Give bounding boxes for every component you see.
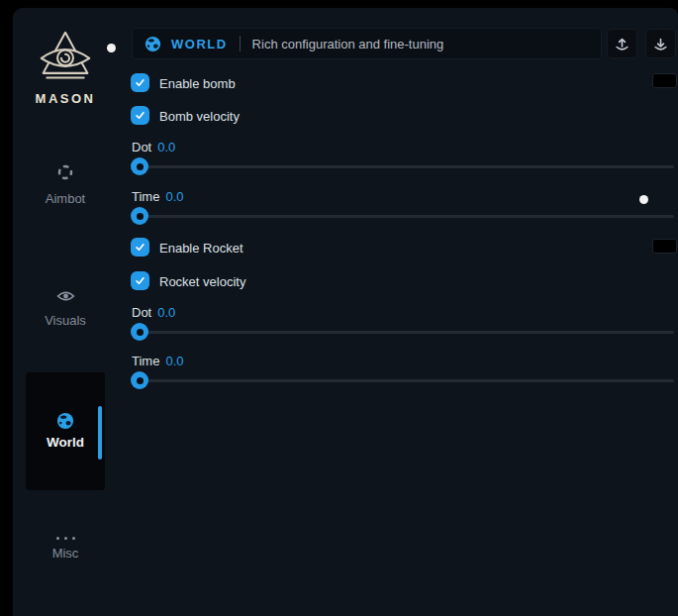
checkbox-rocket-velocity[interactable] [131,271,149,290]
slider-value: 0.0 [165,354,183,368]
checkbox-bomb-velocity[interactable] [131,106,149,125]
checkbox-label: Rocket velocity [159,274,245,289]
slider-label: Time0.0 [132,354,183,368]
slider-label: Dot0.0 [132,140,175,154]
page-title: WORLD [171,37,228,51]
header-divider [240,36,241,51]
slider-handle-dot-rocket[interactable] [131,323,148,341]
slider-track-dot-bomb[interactable] [132,165,674,168]
upload-button[interactable] [607,29,637,58]
globe-icon [145,36,161,52]
cursor-dot [107,44,116,52]
slider-handle-time-rocket[interactable] [131,371,148,389]
slider-value: 0.0 [157,305,175,320]
app-window: MASON Aimbot Visuals World [13,8,678,616]
sidebar-item-label: World [26,435,105,450]
logo-text: MASON [26,91,105,106]
sidebar-item-misc[interactable]: Misc [26,531,105,561]
sidebar-item-label: Visuals [26,313,105,328]
eye-icon [56,289,75,303]
slider-name: Dot [132,140,151,154]
crosshair-icon [56,163,74,181]
download-icon [652,36,669,52]
slider-name: Time [132,189,159,204]
check-icon [134,274,146,287]
slider-label: Time0.0 [132,189,183,204]
active-tab-indicator [98,406,102,460]
page-header: WORLD Rich configuration and fine-tuning [132,28,602,59]
cursor-dot [639,195,648,204]
check-icon [134,109,146,122]
checkbox-label: Bomb velocity [159,109,240,124]
upload-icon [614,36,630,52]
sidebar-item-label: Misc [26,546,105,561]
sidebar-item-visuals[interactable]: Visuals [26,289,105,328]
slider-track-time-bomb[interactable] [132,215,674,218]
sidebar-item-label: Aimbot [26,191,105,206]
checkbox-enable-bomb[interactable] [131,73,149,92]
ellipsis-icon [26,531,105,540]
slider-label: Dot0.0 [132,305,175,320]
checkbox-label: Enable Rocket [159,241,243,256]
slider-value: 0.0 [157,140,175,154]
slider-track-dot-rocket[interactable] [132,331,674,334]
checkbox-enable-rocket[interactable] [131,238,149,257]
slider-value: 0.0 [165,189,183,204]
color-swatch[interactable] [652,73,677,88]
check-icon [134,241,146,254]
slider-track-time-rocket[interactable] [132,379,674,382]
slider-handle-dot-bomb[interactable] [131,157,148,175]
slider-handle-time-bomb[interactable] [131,207,148,225]
color-swatch[interactable] [652,239,677,254]
page-subtitle: Rich configuration and fine-tuning [252,37,444,51]
sidebar-item-aimbot[interactable]: Aimbot [26,163,105,206]
mason-logo-icon [38,28,93,87]
checkbox-label: Enable bomb [159,76,236,91]
slider-name: Time [132,354,159,368]
slider-name: Dot [132,305,151,320]
sidebar-item-world[interactable]: World [26,372,105,490]
app-screen: MASON Aimbot Visuals World [0,0,678,616]
download-button[interactable] [645,29,676,58]
globe-icon [56,412,74,430]
check-icon [134,76,146,89]
